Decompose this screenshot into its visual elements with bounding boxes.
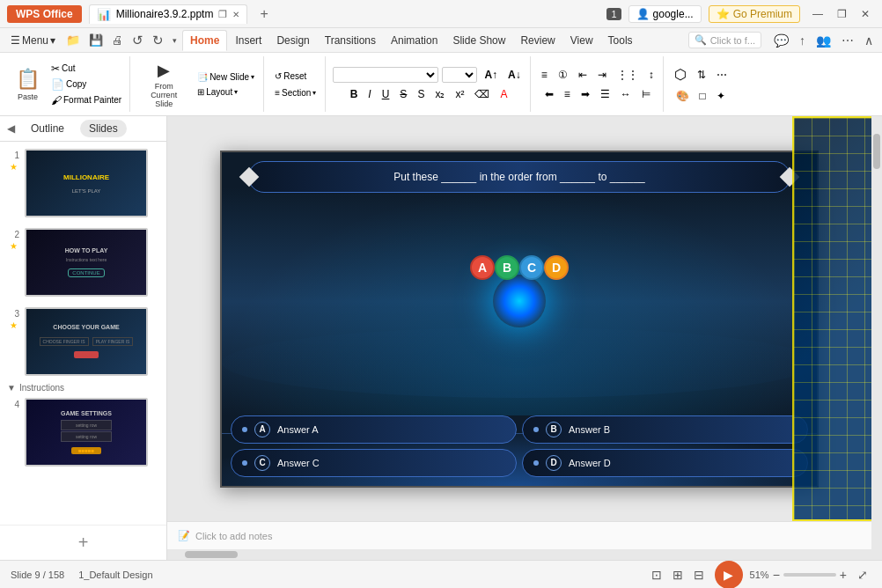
collapse-button[interactable]: ∧ (861, 33, 877, 48)
superscript-button[interactable]: x² (452, 86, 467, 102)
layout-button[interactable]: ⊞ Layout ▾ (194, 85, 258, 99)
align-center-button[interactable]: ≡ (561, 86, 574, 102)
add-tab-button[interactable]: + (254, 6, 273, 22)
shapes-button[interactable]: ⬡ (671, 64, 690, 85)
search-box[interactable]: 🔍 Click to f... (688, 32, 761, 48)
outline-button[interactable]: □ (696, 88, 709, 104)
vertical-scroll-thumb[interactable] (873, 134, 880, 169)
italic-button[interactable]: I (364, 86, 374, 102)
text-direction-button[interactable]: ↔ (617, 86, 635, 102)
sidebar-toggle-button[interactable]: ◀ (7, 122, 15, 135)
slideshow-play-button[interactable]: ▶ (715, 561, 743, 589)
tab-slideshow[interactable]: Slide Show (445, 31, 512, 50)
cut-button[interactable]: ✂ Cut (48, 62, 124, 76)
paste-button[interactable]: 📋 Paste (11, 64, 45, 105)
zoom-minus-button[interactable]: − (773, 568, 780, 582)
from-current-slide-button[interactable]: ▶ From Current Slide (137, 57, 190, 112)
decrease-font-button[interactable]: A↓ (504, 67, 525, 83)
vertical-scrollbar[interactable] (871, 116, 882, 560)
copy-button[interactable]: 📄 Copy (48, 77, 124, 92)
slide-container[interactable]: Put these ______ in the order from _____… (220, 151, 819, 488)
comment-button[interactable]: 💬 (770, 33, 792, 48)
fill-button[interactable]: 🎨 (673, 88, 693, 104)
wps-office-button[interactable]: WPS Office (7, 5, 82, 23)
redo-button[interactable]: ↻ (149, 32, 167, 49)
tab-animation[interactable]: Animation (384, 31, 445, 50)
answer-c-button[interactable]: C Answer C (231, 449, 517, 477)
save-button[interactable]: 💾 (85, 33, 107, 48)
print-button[interactable]: 🖨 (108, 33, 127, 48)
clear-format-button[interactable]: ⌫ (471, 86, 493, 102)
share-button[interactable]: ↑ (796, 33, 809, 48)
align-vertical-button[interactable]: ⊨ (638, 86, 654, 102)
effects-button[interactable]: ✦ (713, 88, 729, 104)
shadow-button[interactable]: S (414, 86, 428, 102)
more-button[interactable]: ⋯ (838, 33, 857, 48)
google-account-button[interactable]: 👤 google... (628, 5, 702, 23)
restore-button[interactable]: ❐ (832, 6, 852, 22)
slide-item-3[interactable]: 3 ★ CHOOSE YOUR GAME CHOOSE FINGER IS PL… (4, 304, 163, 379)
bullets-button[interactable]: ≡ (538, 67, 551, 83)
premium-button[interactable]: ⭐ Go Premium (709, 5, 800, 23)
undo-dropdown[interactable]: ▾ (169, 35, 180, 46)
slide-item-1[interactable]: 1 ★ MILLIONAIRE LET'S PLAY (4, 145, 163, 221)
slide-item-2[interactable]: 2 ★ HOW TO PLAY Instructions text here C… (4, 224, 163, 300)
bottom-scrollbar[interactable] (167, 549, 871, 560)
justify-button[interactable]: ☰ (597, 86, 614, 102)
tab-review[interactable]: Review (513, 31, 562, 50)
answer-b-button[interactable]: B Answer B (522, 415, 808, 444)
section-collapse-icon[interactable]: ▼ (7, 383, 16, 393)
answer-a-button[interactable]: A Answer A (231, 415, 517, 444)
tab-tools[interactable]: Tools (601, 31, 640, 50)
tab-transitions[interactable]: Transitions (318, 31, 383, 50)
format-painter-button[interactable]: 🖌 Format Painter (48, 93, 124, 107)
answer-d-button[interactable]: D Answer D (522, 449, 808, 477)
slide-canvas[interactable]: A B C D Put these ______ in the (167, 116, 871, 521)
zoom-slider[interactable] (783, 573, 836, 577)
increase-indent-button[interactable]: ⇥ (594, 67, 610, 83)
line-spacing-button[interactable]: ↕ (645, 67, 658, 83)
underline-button[interactable]: U (379, 86, 393, 102)
document-tab[interactable]: 📊 Millionaire3.9.2.pptm ❐ ✕ (89, 4, 248, 24)
increase-font-button[interactable]: A↑ (481, 67, 501, 83)
section-button[interactable]: ≡ Section ▾ (271, 86, 320, 99)
outline-tab[interactable]: Outline (22, 120, 73, 137)
menu-button[interactable]: ☰ Menu ▾ (5, 33, 61, 48)
normal-view-button[interactable]: ⊡ (648, 566, 665, 584)
collab-button[interactable]: 👥 (812, 33, 834, 48)
align-left-button[interactable]: ⬅ (541, 86, 557, 102)
restore-tab-icon[interactable]: ❐ (218, 9, 227, 20)
decrease-indent-button[interactable]: ⇤ (575, 67, 591, 83)
tab-view[interactable]: View (563, 31, 600, 50)
fit-to-window-button[interactable]: ⤢ (854, 566, 871, 584)
tab-insert[interactable]: Insert (228, 31, 268, 50)
slide-item-4[interactable]: 4 GAME SETTINGS setting row setting row … (4, 394, 163, 470)
slide-sorter-button[interactable]: ⊞ (669, 566, 687, 584)
reading-view-button[interactable]: ⊟ (690, 566, 708, 584)
add-slide-button[interactable]: + (78, 533, 89, 553)
arrange-button[interactable]: ⇅ (694, 67, 709, 83)
tab-design[interactable]: Design (269, 31, 316, 50)
minimize-button[interactable]: — (807, 6, 828, 22)
font-color-button[interactable]: A (496, 86, 511, 102)
bold-button[interactable]: B (347, 86, 362, 102)
close-button[interactable]: ✕ (856, 6, 875, 22)
zoom-plus-button[interactable]: + (840, 568, 847, 582)
subscript-button[interactable]: x₂ (431, 86, 448, 102)
align-right-button[interactable]: ➡ (577, 86, 593, 102)
more-drawing-button[interactable]: ⋯ (713, 67, 731, 83)
notes-placeholder[interactable]: Click to add notes (195, 531, 272, 541)
new-slide-button[interactable]: 📑 New Slide ▾ (194, 70, 258, 84)
open-button[interactable]: 📁 (62, 33, 84, 48)
reset-button[interactable]: ↺ Reset (271, 70, 320, 83)
close-tab-button[interactable]: ✕ (232, 10, 239, 19)
tab-home[interactable]: Home (182, 30, 227, 51)
columns-button[interactable]: ⋮⋮ (614, 67, 642, 83)
horizontal-scroll-thumb[interactable] (185, 551, 238, 558)
slides-tab[interactable]: Slides (80, 120, 127, 137)
undo-button[interactable]: ↺ (129, 32, 147, 49)
font-family-select[interactable] (333, 67, 438, 83)
strikethrough-button[interactable]: S (396, 86, 410, 102)
numbering-button[interactable]: ① (555, 67, 571, 83)
font-size-select[interactable] (442, 67, 477, 83)
